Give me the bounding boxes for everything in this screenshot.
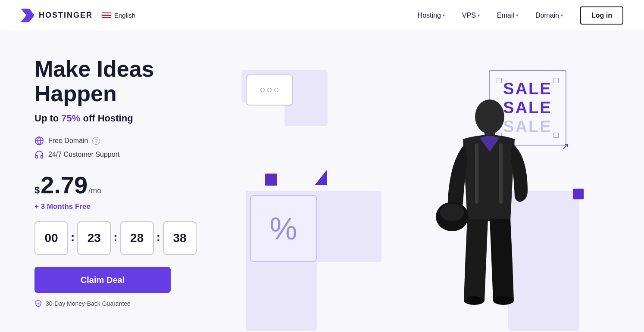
person-svg [424, 96, 553, 307]
price-display: $ 2.79 /mo [34, 173, 241, 197]
language-label: English [114, 12, 135, 19]
svg-rect-8 [475, 143, 478, 204]
countdown-sep-3: : [156, 230, 160, 244]
person-illustration [420, 96, 558, 307]
cursor-icon: ↗ [561, 141, 569, 152]
nav-item-domain[interactable]: Domain ▾ [528, 8, 570, 23]
countdown-seconds: 28 [120, 221, 154, 255]
tooltip-icon[interactable]: ? [92, 137, 100, 145]
nav-item-hosting[interactable]: Hosting ▾ [411, 8, 452, 23]
sale-corner-tr [553, 78, 559, 83]
deco-square-mid2 [310, 191, 381, 262]
chevron-down-icon: ▾ [443, 13, 445, 18]
svg-point-2 [475, 99, 504, 134]
percent-box: % [250, 195, 317, 262]
nav-item-email[interactable]: Email ▾ [490, 8, 525, 23]
subtitle-prefix: Up to [34, 113, 61, 124]
nav-hosting-label: Hosting [418, 12, 441, 19]
browser-dot-2 [267, 88, 272, 92]
deco-small-square-right [573, 189, 584, 199]
shield-icon [34, 300, 42, 307]
guarantee-section: 30-Day Money-Back Guarantee [34, 300, 241, 307]
browser-box [246, 74, 293, 105]
flag-icon [101, 12, 112, 19]
subtitle-accent: 75% [61, 113, 80, 124]
feature-support: 24/7 Customer Support [34, 150, 241, 159]
svg-rect-9 [499, 143, 503, 204]
logo-icon [21, 9, 34, 22]
free-domain-label: Free Domain [48, 137, 88, 145]
deco-triangle [315, 170, 327, 185]
price-amount: 2.79 [41, 173, 88, 197]
main-content: Make Ideas Happen Up to 75% off Hosting … [0, 31, 644, 332]
price-section: $ 2.79 /mo [34, 173, 241, 197]
deco-small-square-purple [265, 174, 277, 186]
nav-domain-label: Domain [535, 12, 559, 19]
header: HOSTINGER English Hosting ▾ VPS ▾ Email … [0, 0, 644, 31]
svg-point-7 [493, 296, 514, 305]
guarantee-text: 30-Day Money-Back Guarantee [46, 300, 131, 307]
price-dollar: $ [34, 185, 40, 196]
countdown-hours: 00 [34, 221, 68, 255]
svg-point-5 [440, 204, 464, 221]
login-button[interactable]: Log in [580, 6, 623, 25]
deco-square-bot2 [246, 260, 317, 331]
globe-icon [34, 136, 44, 146]
hero-subtitle: Up to 75% off Hosting [34, 113, 241, 124]
hero-left: Make Ideas Happen Up to 75% off Hosting … [34, 57, 241, 307]
percent-sign: % [269, 213, 297, 244]
logo-text: HOSTINGER [39, 11, 93, 20]
nav-email-label: Email [497, 12, 514, 19]
language-selector[interactable]: English [101, 12, 135, 19]
sale-corner-tl [497, 78, 502, 83]
nav-item-vps[interactable]: VPS ▾ [455, 8, 487, 23]
hero-illustration: % SALE SALE SALE ↗ [241, 57, 610, 307]
countdown-timer: 00 : 23 : 28 : 38 [34, 221, 241, 255]
browser-dot-3 [274, 88, 278, 92]
nav-vps-label: VPS [462, 12, 476, 19]
logo[interactable]: HOSTINGER [21, 9, 93, 22]
features-list: Free Domain ? 24/7 Customer Support [34, 136, 241, 159]
main-nav: Hosting ▾ VPS ▾ Email ▾ Domain ▾ Log in [411, 6, 623, 25]
subtitle-suffix: off Hosting [80, 113, 133, 124]
countdown-frames: 38 [163, 221, 197, 255]
price-period: /mo [88, 186, 101, 195]
browser-dot-1 [260, 88, 265, 92]
hero-title: Make Ideas Happen [34, 57, 241, 106]
headset-icon [34, 150, 44, 159]
countdown-sep-1: : [71, 230, 75, 244]
chevron-down-icon: ▾ [516, 13, 518, 18]
support-label: 24/7 Customer Support [48, 151, 119, 158]
claim-deal-button[interactable]: Claim Deal [34, 267, 171, 293]
feature-free-domain: Free Domain ? [34, 136, 241, 146]
chevron-down-icon: ▾ [561, 13, 563, 18]
countdown-sep-2: : [113, 230, 117, 244]
bonus-text: + 3 Months Free [34, 202, 241, 211]
countdown-minutes: 23 [77, 221, 111, 255]
chevron-down-icon: ▾ [478, 13, 480, 18]
svg-point-6 [464, 296, 485, 305]
